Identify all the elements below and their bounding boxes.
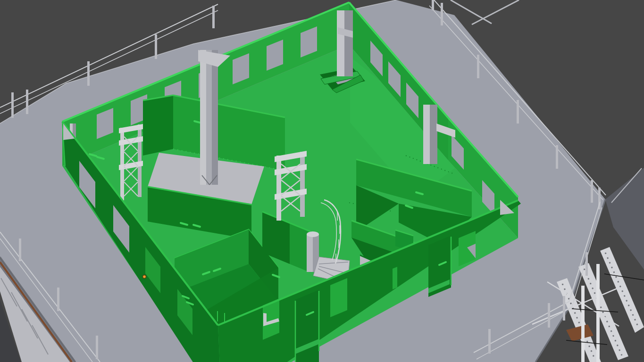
- viewport-canvas[interactable]: [0, 0, 644, 362]
- railing-sw-post-3[interactable]: [96, 336, 98, 359]
- room-wall-far-left[interactable]: [143, 95, 173, 156]
- column-ne-dark[interactable]: [430, 105, 437, 164]
- subdeck-post-2[interactable]: [596, 264, 600, 362]
- railing-ne-post-2[interactable]: [441, 3, 443, 25]
- lattice-tower-2-chord-left[interactable]: [276, 156, 281, 221]
- railing-se-post-1[interactable]: [585, 252, 588, 276]
- railing-sw-post-2[interactable]: [57, 288, 59, 311]
- railing-se-post-2[interactable]: [563, 296, 565, 321]
- lattice-tower-1-chord-left[interactable]: [120, 128, 124, 200]
- railing-se-post-3[interactable]: [548, 303, 550, 328]
- column-ne-light[interactable]: [423, 105, 430, 164]
- steel-column-web[interactable]: [206, 50, 212, 185]
- cad-viewport-window[interactable]: [0, 0, 644, 362]
- railing-ne-post-1[interactable]: [432, 0, 434, 10]
- railing-se-post-4[interactable]: [488, 329, 491, 354]
- railing-ne-post-4[interactable]: [517, 100, 519, 123]
- railing-nw-post-5[interactable]: [212, 6, 215, 28]
- railing-nw-post-3[interactable]: [87, 61, 90, 86]
- spiral-stair-column-top: [307, 231, 319, 237]
- subdeck-post-1[interactable]: [581, 286, 585, 362]
- column-north-corner-light[interactable]: [337, 10, 344, 76]
- lattice-tower-2-chord-right[interactable]: [300, 152, 305, 217]
- column-north-corner-dark[interactable]: [344, 10, 353, 76]
- railing-ne-post-5[interactable]: [556, 145, 558, 169]
- origin-point-marker[interactable]: [143, 275, 146, 279]
- railing-nw-post-4[interactable]: [155, 34, 157, 59]
- railing-nw-post-2[interactable]: [26, 90, 28, 114]
- steel-column-flange-right[interactable]: [212, 50, 218, 185]
- lattice-tower-1-chord-right[interactable]: [138, 124, 142, 197]
- railing-ne-post-3[interactable]: [477, 55, 479, 78]
- railing-nw-post-1[interactable]: [11, 92, 14, 118]
- wall-se-slit-window[interactable]: [393, 267, 397, 289]
- railing-ne-post-6[interactable]: [591, 180, 593, 203]
- railing-sw-post-1[interactable]: [19, 239, 21, 261]
- steel-column-flange-left[interactable]: [200, 50, 206, 185]
